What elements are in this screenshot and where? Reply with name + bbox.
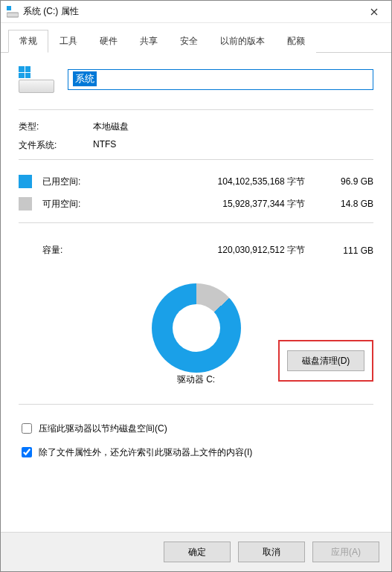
drive-name-value: 系统: [73, 71, 97, 86]
free-space-label: 可用空间:: [42, 198, 114, 211]
tab-4[interactable]: 安全: [169, 30, 209, 53]
ok-button[interactable]: 确定: [164, 542, 231, 562]
tab-bar: 常规工具硬件共享安全以前的版本配额: [1, 23, 391, 53]
type-value: 本地磁盘: [93, 120, 129, 133]
svg-rect-0: [7, 13, 19, 17]
compress-checkbox-row[interactable]: 压缩此驱动器以节约磁盘空间(C): [19, 421, 373, 436]
compress-checkbox[interactable]: [22, 423, 32, 434]
close-button[interactable]: [357, 1, 391, 23]
disk-cleanup-button[interactable]: 磁盘清理(D): [287, 350, 364, 371]
type-label: 类型:: [19, 120, 93, 133]
free-space-bytes: 15,928,377,344 字节: [114, 198, 320, 211]
cancel-button[interactable]: 取消: [238, 542, 305, 562]
drive-name-input[interactable]: 系统: [68, 69, 373, 90]
divider: [19, 404, 373, 405]
svg-rect-1: [7, 6, 11, 10]
drive-icon: [7, 6, 19, 18]
divider: [19, 222, 373, 223]
window-title: 系统 (C:) 属性: [23, 5, 357, 18]
free-space-gb: 14.8 GB: [320, 199, 373, 209]
used-space-bytes: 104,102,535,168 字节: [114, 176, 320, 188]
tab-0[interactable]: 常规: [8, 30, 48, 53]
tab-6[interactable]: 配额: [276, 30, 316, 53]
drive-large-icon: [19, 66, 54, 93]
filesystem-label: 文件系统:: [19, 139, 93, 152]
used-space-gb: 96.9 GB: [320, 176, 373, 187]
drive-caption: 驱动器 C:: [177, 373, 215, 386]
used-space-label: 已用空间:: [42, 176, 114, 188]
usage-pie-chart: [152, 283, 241, 373]
used-color-swatch: [19, 175, 32, 188]
tab-1[interactable]: 工具: [48, 30, 89, 53]
filesystem-value: NTFS: [93, 139, 116, 152]
apply-button[interactable]: 应用(A): [312, 542, 379, 562]
titlebar: 系统 (C:) 属性: [1, 1, 391, 23]
capacity-label: 容量:: [19, 244, 114, 257]
tab-panel-general: 系统 类型: 本地磁盘 文件系统: NTFS 已用空间: 104,102,535…: [1, 53, 391, 532]
divider: [19, 109, 373, 110]
dialog-footer: 确定 取消 应用(A): [1, 532, 391, 571]
capacity-gb: 111 GB: [320, 245, 373, 256]
capacity-bytes: 120,030,912,512 字节: [114, 244, 320, 257]
tab-3[interactable]: 共享: [129, 30, 169, 53]
index-checkbox[interactable]: [22, 447, 32, 457]
highlight-box: 磁盘清理(D): [278, 340, 373, 382]
tab-2[interactable]: 硬件: [89, 30, 129, 53]
compress-label: 压缩此驱动器以节约磁盘空间(C): [39, 422, 167, 435]
tab-5[interactable]: 以前的版本: [209, 30, 276, 53]
properties-dialog: 系统 (C:) 属性 常规工具硬件共享安全以前的版本配额 系统 类型: 本地磁盘…: [0, 0, 392, 572]
index-checkbox-row[interactable]: 除了文件属性外，还允许索引此驱动器上文件的内容(I): [19, 445, 373, 460]
free-color-swatch: [19, 197, 32, 211]
divider: [19, 159, 373, 160]
index-label: 除了文件属性外，还允许索引此驱动器上文件的内容(I): [39, 446, 252, 459]
